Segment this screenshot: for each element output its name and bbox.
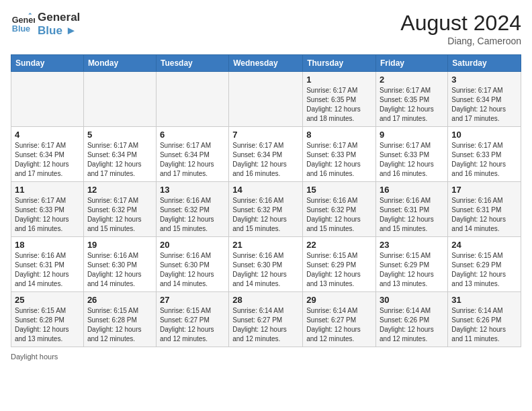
calendar-week-row: 11Sunrise: 6:17 AMSunset: 6:33 PMDayligh…	[11, 182, 521, 237]
calendar-cell	[11, 72, 84, 127]
day-number: 4	[15, 130, 80, 140]
day-number: 18	[15, 240, 80, 250]
day-number: 5	[87, 130, 152, 140]
calendar-cell: 3Sunrise: 6:17 AMSunset: 6:34 PMDaylight…	[448, 72, 521, 127]
day-number: 25	[15, 295, 80, 305]
calendar-cell: 27Sunrise: 6:15 AMSunset: 6:27 PMDayligh…	[156, 292, 228, 347]
calendar-cell: 26Sunrise: 6:15 AMSunset: 6:28 PMDayligh…	[83, 292, 156, 347]
calendar-header-row: SundayMondayTuesdayWednesdayThursdayFrid…	[11, 55, 521, 72]
day-info: Sunrise: 6:17 AMSunset: 6:34 PMDaylight:…	[232, 141, 299, 179]
calendar-cell: 2Sunrise: 6:17 AMSunset: 6:35 PMDaylight…	[376, 72, 448, 127]
calendar-cell: 20Sunrise: 6:16 AMSunset: 6:30 PMDayligh…	[156, 237, 228, 292]
svg-text:Blue: Blue	[12, 24, 30, 33]
day-number: 30	[380, 295, 444, 305]
footer-note: Daylight hours	[11, 353, 521, 361]
logo-general: General	[38, 11, 80, 24]
calendar-cell: 18Sunrise: 6:16 AMSunset: 6:31 PMDayligh…	[11, 237, 84, 292]
logo: General Blue General Blue ►	[11, 11, 80, 37]
day-number: 6	[160, 130, 225, 140]
calendar-cell: 1Sunrise: 6:17 AMSunset: 6:35 PMDaylight…	[303, 72, 376, 127]
day-info: Sunrise: 6:16 AMSunset: 6:30 PMDaylight:…	[160, 251, 225, 289]
day-info: Sunrise: 6:15 AMSunset: 6:29 PMDaylight:…	[451, 251, 517, 289]
day-number: 3	[451, 75, 517, 85]
calendar-cell: 12Sunrise: 6:17 AMSunset: 6:32 PMDayligh…	[83, 182, 156, 237]
day-info: Sunrise: 6:16 AMSunset: 6:32 PMDaylight:…	[306, 196, 372, 234]
day-number: 21	[232, 240, 299, 250]
day-info: Sunrise: 6:17 AMSunset: 6:33 PMDaylight:…	[306, 141, 372, 179]
day-info: Sunrise: 6:14 AMSunset: 6:26 PMDaylight:…	[380, 306, 444, 344]
day-number: 12	[87, 185, 152, 195]
calendar-cell	[83, 72, 156, 127]
calendar-week-row: 18Sunrise: 6:16 AMSunset: 6:31 PMDayligh…	[11, 237, 521, 292]
logo-icon: General Blue	[11, 12, 35, 36]
day-info: Sunrise: 6:17 AMSunset: 6:35 PMDaylight:…	[380, 86, 444, 124]
calendar-cell: 29Sunrise: 6:14 AMSunset: 6:27 PMDayligh…	[303, 292, 376, 347]
calendar-cell: 24Sunrise: 6:15 AMSunset: 6:29 PMDayligh…	[448, 237, 521, 292]
calendar-week-row: 1Sunrise: 6:17 AMSunset: 6:35 PMDaylight…	[11, 72, 521, 127]
day-number: 17	[451, 185, 517, 195]
day-info: Sunrise: 6:16 AMSunset: 6:32 PMDaylight:…	[232, 196, 299, 234]
day-number: 26	[87, 295, 152, 305]
day-info: Sunrise: 6:15 AMSunset: 6:27 PMDaylight:…	[160, 306, 225, 344]
day-number: 29	[306, 295, 372, 305]
calendar-cell: 22Sunrise: 6:15 AMSunset: 6:29 PMDayligh…	[303, 237, 376, 292]
location-subtitle: Diang, Cameroon	[400, 36, 521, 46]
calendar-header-monday: Monday	[83, 55, 156, 72]
calendar-cell: 17Sunrise: 6:16 AMSunset: 6:31 PMDayligh…	[448, 182, 521, 237]
day-info: Sunrise: 6:15 AMSunset: 6:28 PMDaylight:…	[87, 306, 152, 344]
day-info: Sunrise: 6:17 AMSunset: 6:32 PMDaylight:…	[87, 196, 152, 234]
calendar-cell: 31Sunrise: 6:14 AMSunset: 6:26 PMDayligh…	[448, 292, 521, 347]
day-info: Sunrise: 6:15 AMSunset: 6:29 PMDaylight:…	[306, 251, 372, 289]
calendar-cell: 9Sunrise: 6:17 AMSunset: 6:33 PMDaylight…	[376, 127, 448, 182]
day-info: Sunrise: 6:17 AMSunset: 6:34 PMDaylight:…	[451, 86, 517, 124]
calendar-cell: 7Sunrise: 6:17 AMSunset: 6:34 PMDaylight…	[229, 127, 303, 182]
day-number: 1	[306, 75, 372, 85]
day-info: Sunrise: 6:17 AMSunset: 6:34 PMDaylight:…	[15, 141, 80, 179]
calendar-cell: 10Sunrise: 6:17 AMSunset: 6:33 PMDayligh…	[448, 127, 521, 182]
calendar-table: SundayMondayTuesdayWednesdayThursdayFrid…	[11, 54, 521, 347]
svg-marker-2	[28, 12, 32, 14]
calendar-header-friday: Friday	[376, 55, 448, 72]
calendar-cell: 21Sunrise: 6:16 AMSunset: 6:30 PMDayligh…	[229, 237, 303, 292]
day-info: Sunrise: 6:17 AMSunset: 6:34 PMDaylight:…	[87, 141, 152, 179]
day-info: Sunrise: 6:17 AMSunset: 6:33 PMDaylight:…	[380, 141, 444, 179]
calendar-header-saturday: Saturday	[448, 55, 521, 72]
day-info: Sunrise: 6:15 AMSunset: 6:29 PMDaylight:…	[380, 251, 444, 289]
day-info: Sunrise: 6:14 AMSunset: 6:26 PMDaylight:…	[451, 306, 517, 344]
day-number: 10	[451, 130, 517, 140]
day-number: 24	[451, 240, 517, 250]
day-info: Sunrise: 6:14 AMSunset: 6:27 PMDaylight:…	[306, 306, 372, 344]
day-number: 11	[15, 185, 80, 195]
calendar-cell: 19Sunrise: 6:16 AMSunset: 6:30 PMDayligh…	[83, 237, 156, 292]
calendar-cell: 14Sunrise: 6:16 AMSunset: 6:32 PMDayligh…	[229, 182, 303, 237]
day-info: Sunrise: 6:16 AMSunset: 6:30 PMDaylight:…	[232, 251, 299, 289]
day-info: Sunrise: 6:17 AMSunset: 6:33 PMDaylight:…	[15, 196, 80, 234]
calendar-header-tuesday: Tuesday	[156, 55, 228, 72]
calendar-cell: 23Sunrise: 6:15 AMSunset: 6:29 PMDayligh…	[376, 237, 448, 292]
day-number: 27	[160, 295, 225, 305]
day-number: 15	[306, 185, 372, 195]
day-number: 20	[160, 240, 225, 250]
day-number: 8	[306, 130, 372, 140]
day-number: 9	[380, 130, 444, 140]
calendar-header-thursday: Thursday	[303, 55, 376, 72]
day-info: Sunrise: 6:16 AMSunset: 6:31 PMDaylight:…	[15, 251, 80, 289]
calendar-cell: 11Sunrise: 6:17 AMSunset: 6:33 PMDayligh…	[11, 182, 84, 237]
month-year-title: August 2024	[400, 11, 521, 36]
calendar-cell: 28Sunrise: 6:14 AMSunset: 6:27 PMDayligh…	[229, 292, 303, 347]
calendar-cell: 13Sunrise: 6:16 AMSunset: 6:32 PMDayligh…	[156, 182, 228, 237]
day-info: Sunrise: 6:14 AMSunset: 6:27 PMDaylight:…	[232, 306, 299, 344]
page-header: General Blue General Blue ► August 2024 …	[11, 11, 521, 46]
calendar-cell: 6Sunrise: 6:17 AMSunset: 6:34 PMDaylight…	[156, 127, 228, 182]
calendar-cell: 15Sunrise: 6:16 AMSunset: 6:32 PMDayligh…	[303, 182, 376, 237]
day-number: 2	[380, 75, 444, 85]
day-info: Sunrise: 6:16 AMSunset: 6:31 PMDaylight:…	[451, 196, 517, 234]
day-info: Sunrise: 6:17 AMSunset: 6:34 PMDaylight:…	[160, 141, 225, 179]
day-number: 23	[380, 240, 444, 250]
day-number: 7	[232, 130, 299, 140]
calendar-cell: 8Sunrise: 6:17 AMSunset: 6:33 PMDaylight…	[303, 127, 376, 182]
logo-blue: Blue ►	[38, 24, 80, 38]
day-info: Sunrise: 6:17 AMSunset: 6:33 PMDaylight:…	[451, 141, 517, 179]
day-number: 31	[451, 295, 517, 305]
day-info: Sunrise: 6:16 AMSunset: 6:30 PMDaylight:…	[87, 251, 152, 289]
